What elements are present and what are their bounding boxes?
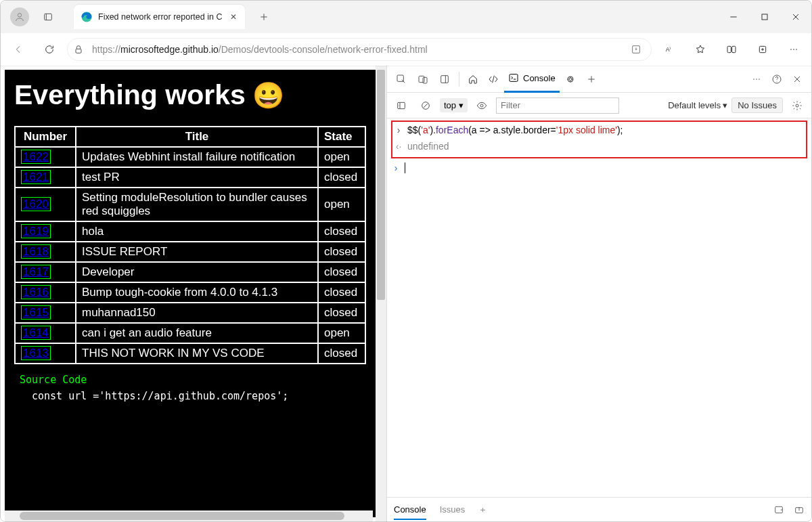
issue-state: open — [318, 147, 365, 167]
tab-elements[interactable] — [484, 66, 503, 93]
drawer-tab-issues[interactable]: Issues — [440, 504, 466, 515]
svg-point-24 — [777, 81, 777, 81]
chevron-down-icon: ▾ — [459, 100, 464, 110]
input-chevron-icon: › — [394, 122, 403, 138]
favorites-button[interactable] — [687, 36, 714, 63]
emoji-icon: 😀 — [252, 81, 284, 110]
console-output-line: ‹· undefined — [394, 138, 805, 154]
issue-title: ISSUE REPORT — [76, 242, 318, 262]
table-row: 1617Developerclosed — [15, 262, 365, 282]
devtools-more-button[interactable] — [746, 69, 767, 89]
drawer-add-tab-button[interactable]: ＋ — [478, 504, 487, 516]
svg-point-10 — [790, 49, 792, 50]
menu-button[interactable] — [780, 36, 807, 63]
svg-point-18 — [569, 78, 572, 81]
tab-welcome[interactable] — [464, 66, 482, 93]
issue-link[interactable]: 1618 — [21, 244, 51, 259]
console-result: undefined — [407, 138, 449, 154]
issue-link[interactable]: 1615 — [21, 305, 51, 320]
tab-actions-button[interactable] — [39, 7, 58, 26]
table-row: 1622Updates Webhint install failure noti… — [15, 147, 365, 167]
svg-rect-14 — [419, 76, 424, 82]
table-row: 1615muhannad150closed — [15, 303, 365, 323]
col-number: Number — [15, 127, 76, 147]
svg-point-22 — [759, 79, 760, 80]
console-filter-input[interactable] — [496, 97, 619, 114]
issue-title: Updates Webhint install failure notifica… — [76, 147, 318, 167]
url-input[interactable]: https://microsoftedge.github.io/Demos/de… — [67, 38, 652, 61]
svg-point-20 — [753, 79, 754, 80]
titlebar: Fixed network error reported in C ✕ — [1, 1, 811, 33]
close-window-button[interactable] — [780, 1, 811, 33]
issue-state: open — [318, 323, 365, 343]
refresh-button[interactable] — [36, 36, 63, 63]
lock-icon — [73, 44, 87, 55]
content-area: Everything works 😀 Number Title State 16… — [1, 66, 811, 521]
devtools-drawer: Console Issues ＋ — [387, 497, 811, 521]
device-toolbar-button[interactable] — [413, 69, 433, 89]
table-row: 1618ISSUE REPORTclosed — [15, 242, 365, 262]
tab-console[interactable]: Console — [504, 66, 560, 93]
svg-point-0 — [18, 14, 21, 17]
issues-badge[interactable]: No Issues — [731, 97, 783, 113]
live-expression-button[interactable] — [472, 95, 492, 116]
svg-rect-4 — [76, 49, 81, 53]
svg-rect-17 — [510, 74, 518, 82]
browser-tab[interactable]: Fixed network error reported in C ✕ — [74, 5, 245, 29]
console-input-line: › $$('a').forEach(a => a.style.border='1… — [394, 122, 805, 138]
dock-side-button[interactable] — [434, 69, 455, 89]
drawer-errors-icon[interactable] — [773, 504, 784, 515]
devtools-help-button[interactable] — [767, 69, 787, 89]
split-screen-button[interactable] — [718, 36, 745, 63]
clear-console-button[interactable] — [415, 95, 436, 116]
horizontal-scrollbar[interactable] — [5, 510, 373, 521]
drawer-tab-console[interactable]: Console — [394, 504, 426, 520]
minimize-button[interactable] — [718, 1, 749, 33]
prompt-chevron-icon: › — [391, 162, 401, 173]
drawer-expand-icon[interactable] — [794, 504, 805, 515]
svg-point-21 — [756, 79, 757, 80]
issue-link[interactable]: 1613 — [21, 346, 51, 360]
new-tab-button[interactable] — [254, 7, 273, 26]
issue-state: closed — [318, 303, 365, 323]
back-button[interactable] — [5, 36, 32, 63]
tab-title: Fixed network error reported in C — [98, 12, 222, 22]
issue-link[interactable]: 1620 — [21, 197, 51, 211]
log-levels-dropdown[interactable]: Default levels ▾ — [668, 100, 727, 110]
inspect-element-button[interactable] — [391, 69, 411, 89]
issue-link[interactable]: 1619 — [21, 224, 51, 238]
context-selector[interactable]: top ▾ — [440, 98, 468, 112]
page-viewport: Everything works 😀 Number Title State 16… — [1, 66, 386, 521]
more-tabs-button[interactable] — [581, 69, 602, 89]
chevron-down-icon: ▾ — [723, 100, 727, 110]
issue-link[interactable]: 1616 — [21, 285, 51, 299]
vertical-scrollbar[interactable] — [376, 66, 386, 521]
svg-point-27 — [480, 104, 483, 107]
highlighted-region: › $$('a').forEach(a => a.style.border='1… — [391, 121, 807, 158]
issue-state: closed — [318, 167, 365, 188]
issue-state: closed — [318, 282, 365, 303]
profile-button[interactable] — [10, 7, 29, 26]
tab-sources[interactable] — [561, 66, 580, 93]
issue-title: THIS NOT WORK IN MY VS CODE — [76, 343, 318, 364]
table-row: 1619holaclosed — [15, 221, 365, 242]
read-aloud-button[interactable]: A⁾ — [656, 36, 683, 63]
tab-close-button[interactable]: ✕ — [227, 11, 240, 23]
devtools-tabbar: Console — [387, 66, 811, 93]
console-output[interactable]: › $$('a').forEach(a => a.style.border='1… — [387, 118, 811, 497]
issue-link[interactable]: 1622 — [21, 150, 51, 164]
collections-button[interactable] — [749, 36, 776, 63]
address-bar: https://microsoftedge.github.io/Demos/de… — [1, 33, 811, 66]
console-sidebar-toggle[interactable] — [391, 95, 411, 116]
maximize-button[interactable] — [749, 1, 780, 33]
issue-title: Developer — [76, 262, 318, 282]
issue-link[interactable]: 1621 — [21, 170, 51, 184]
issue-link[interactable]: 1617 — [21, 265, 51, 279]
page-heading: Everything works 😀 — [14, 79, 376, 111]
console-settings-button[interactable] — [787, 95, 807, 116]
devtools-close-button[interactable] — [787, 69, 807, 89]
pwa-install-icon[interactable] — [627, 44, 646, 55]
issue-title: Setting moduleResolution to bundler caus… — [76, 188, 318, 221]
console-prompt[interactable]: › — [391, 162, 807, 173]
issue-link[interactable]: 1614 — [21, 326, 51, 340]
